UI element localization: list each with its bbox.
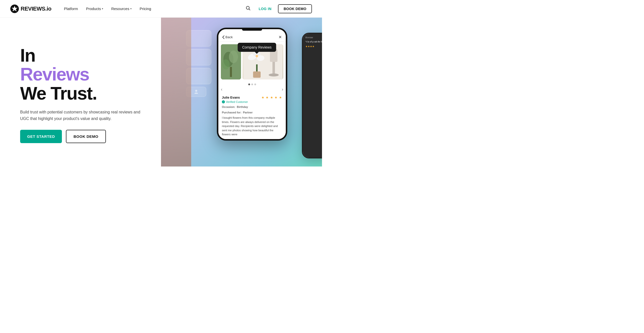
resources-chevron-icon: ▾ [130, 7, 132, 10]
logo[interactable]: REVIEWS.io [10, 4, 51, 13]
nav-products-label: Products [86, 7, 101, 11]
reviewer-name: Julie Evans [222, 96, 240, 99]
nav-resources-label: Resources [111, 7, 129, 11]
phone-back-button[interactable]: Back [222, 35, 233, 39]
nav-right: LOG IN BOOK DEMO [244, 4, 312, 13]
review-purchased-for: Purchased for: Partner [222, 110, 282, 115]
nav-products[interactable]: Products ▾ [83, 5, 107, 13]
occasion-value: Birthday [237, 105, 248, 108]
svg-point-4 [195, 90, 197, 92]
svg-rect-19 [253, 71, 261, 78]
person-image [161, 18, 191, 166]
boxraw-card: Boxraw "I lo of p wit thr hap ★★★★ [303, 34, 322, 157]
boxraw-quote: "I lo of p wit thr hap [305, 40, 322, 44]
hero-title: In Reviews We Trust. [20, 46, 146, 103]
login-button[interactable]: LOG IN [256, 5, 274, 13]
phone-close-button[interactable]: ✕ [278, 35, 282, 39]
occasion-label: Occasion: [222, 105, 235, 108]
search-button[interactable] [244, 4, 252, 13]
verified-icon: ✓ [222, 100, 225, 103]
hero-section: In Reviews We Trust. Build trust with po… [0, 18, 322, 166]
person-silhouette [161, 18, 191, 166]
logo-text: REVIEWS.io [21, 6, 51, 12]
get-started-button[interactable]: GET STARTED [20, 130, 62, 143]
hero-right: Company Reviews Back ✕ [161, 18, 322, 166]
person-icon [194, 89, 199, 94]
search-icon [246, 6, 251, 11]
back-label: Back [225, 35, 233, 39]
reviewer-header: Julie Evans ★ ★ ★ ★ ★ [222, 96, 282, 99]
boxraw-stars: ★★★★ [305, 45, 322, 48]
purchased-value: Partner [243, 111, 253, 114]
hero-title-line2: Reviews [20, 64, 89, 84]
next-arrow-button[interactable]: › [282, 87, 283, 92]
nav-resources[interactable]: Resources ▾ [108, 5, 135, 13]
back-arrow-icon [222, 35, 224, 39]
boxraw-brand: Boxraw [305, 36, 322, 39]
review-stars: ★ ★ ★ ★ ★ [261, 96, 282, 99]
dot-2 [251, 84, 253, 85]
nav-pricing-label: Pricing [140, 7, 151, 11]
svg-rect-9 [230, 67, 232, 77]
phone-review-section: Julie Evans ★ ★ ★ ★ ★ ✓ Verified Custome… [218, 93, 286, 139]
hero-book-demo-button[interactable]: BOOK DEMO [66, 130, 106, 143]
purchased-label: Purchased for: [222, 111, 242, 114]
tooltip-label: Company Reviews [242, 45, 272, 49]
svg-point-8 [222, 59, 230, 69]
nav-platform-label: Platform [64, 7, 78, 11]
verified-badge: ✓ Verified Customer [222, 100, 282, 103]
nav-links: Platform Products ▾ Resources ▾ Pricing [60, 5, 244, 13]
hero-subtitle: Build trust with potential customers by … [20, 109, 141, 122]
phone-navigation-arrows: ‹ › [218, 87, 286, 93]
svg-point-13 [269, 73, 279, 76]
nav-platform[interactable]: Platform [60, 5, 82, 13]
review-occasion: Occasion: Birthday [222, 105, 282, 109]
svg-line-3 [249, 9, 250, 10]
phone-image-dots [218, 82, 286, 87]
review-text: I bought flowers from this company multi… [222, 116, 282, 137]
company-reviews-tooltip: Company Reviews [238, 43, 276, 52]
svg-point-18 [256, 55, 258, 57]
navbar: REVIEWS.io Platform Products ▾ Resources… [0, 0, 322, 18]
verified-label: Verified Customer [226, 100, 248, 103]
secondary-phone-mockup: Boxraw "I lo of p wit thr hap ★★★★ [302, 33, 322, 158]
hero-title-line1: In [20, 45, 35, 65]
prev-arrow-button[interactable]: ‹ [221, 87, 222, 92]
nav-book-demo-button[interactable]: BOOK DEMO [278, 4, 312, 13]
logo-icon [10, 4, 19, 13]
hero-left: In Reviews We Trust. Build trust with po… [0, 18, 161, 166]
nav-pricing[interactable]: Pricing [136, 5, 155, 13]
hero-title-line3: We Trust. [20, 83, 97, 103]
svg-rect-12 [272, 62, 275, 74]
products-chevron-icon: ▾ [102, 7, 103, 10]
dot-3 [254, 84, 256, 85]
phone-header: Back ✕ [218, 32, 286, 42]
hero-buttons: GET STARTED BOOK DEMO [20, 130, 146, 143]
dot-1 [248, 84, 250, 85]
phone-notch [242, 29, 262, 31]
svg-point-7 [229, 51, 238, 63]
